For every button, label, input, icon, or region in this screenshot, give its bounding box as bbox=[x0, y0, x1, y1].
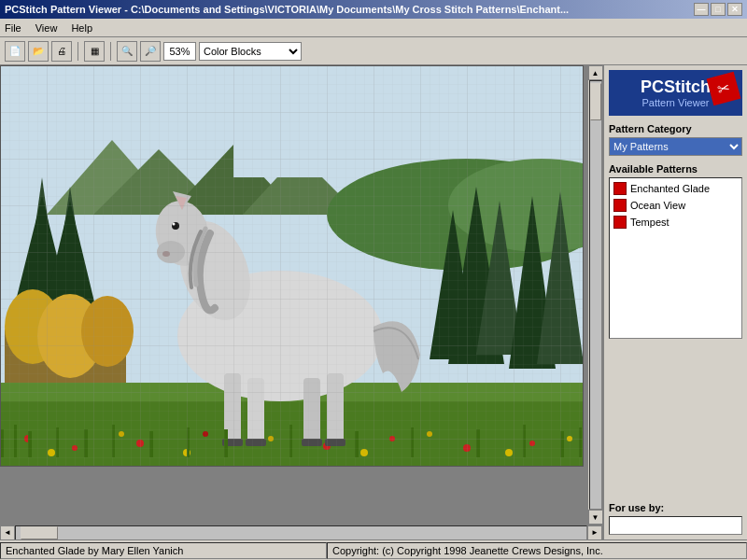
title-bar: PCStitch Pattern Viewer - C:\Documents a… bbox=[0, 0, 747, 19]
zoom-out-button[interactable]: 🔎 bbox=[140, 41, 161, 62]
close-button[interactable]: ✕ bbox=[727, 3, 742, 16]
scroll-up-button[interactable]: ▲ bbox=[588, 65, 603, 80]
pattern-item-tempest[interactable]: Tempest bbox=[612, 214, 740, 231]
scroll-right-button[interactable]: ► bbox=[587, 525, 602, 540]
pattern-item-enchanted[interactable]: Enchanted Glade bbox=[612, 180, 740, 197]
pattern-name-tempest: Tempest bbox=[630, 217, 669, 228]
pattern-svg bbox=[0, 65, 584, 467]
main-area: ▲ ▼ ◄ ► PCStitch Pattern Viewer ✂ Patter… bbox=[0, 65, 747, 539]
pattern-name-ocean: Ocean View bbox=[630, 200, 685, 211]
status-right: Copyright: (c) Copyright 1998 Jeanette C… bbox=[327, 542, 747, 559]
canvas-container bbox=[0, 65, 587, 525]
pattern-display bbox=[0, 65, 584, 467]
title-bar-buttons: — □ ✕ bbox=[694, 3, 742, 16]
status-left: Enchanted Glade by Mary Ellen Yanich bbox=[0, 542, 327, 559]
available-patterns-label: Available Patterns bbox=[609, 163, 742, 175]
viewer-area: ▲ ▼ ◄ ► bbox=[0, 65, 602, 539]
scroll-left-button[interactable]: ◄ bbox=[0, 525, 15, 540]
pattern-icon-ocean bbox=[613, 199, 627, 212]
pattern-category-label: Pattern Category bbox=[609, 123, 742, 134]
toolbar-separator-1 bbox=[78, 42, 78, 61]
status-bar: Enchanted Glade by Mary Ellen Yanich Cop… bbox=[0, 539, 747, 560]
pattern-icon-tempest bbox=[613, 216, 627, 229]
scroll-down-button[interactable]: ▼ bbox=[588, 510, 603, 525]
pattern-icon-enchanted bbox=[613, 182, 627, 195]
svg-rect-73 bbox=[0, 65, 584, 467]
menu-help[interactable]: Help bbox=[71, 22, 92, 34]
vertical-scrollbar[interactable]: ▲ ▼ bbox=[587, 65, 602, 525]
right-panel: PCStitch Pattern Viewer ✂ Pattern Catego… bbox=[602, 65, 747, 539]
horizontal-scrollbar[interactable]: ◄ ► bbox=[0, 525, 602, 539]
grid-button[interactable]: ▦ bbox=[84, 41, 105, 62]
menu-view[interactable]: View bbox=[35, 22, 58, 34]
toolbar-separator-2 bbox=[110, 42, 111, 61]
view-mode-select[interactable]: Color Blocks Symbol Only Color and Symbo… bbox=[199, 42, 302, 61]
h-scroll-track[interactable] bbox=[15, 525, 587, 540]
new-button[interactable]: 📄 bbox=[5, 41, 25, 62]
for-use-by-label: For use by: bbox=[609, 502, 742, 513]
menu-bar: File View Help bbox=[0, 19, 747, 37]
menu-file[interactable]: File bbox=[5, 22, 21, 34]
zoom-input[interactable]: 53% bbox=[163, 42, 196, 61]
title-text: PCStitch Pattern Viewer - C:\Documents a… bbox=[5, 4, 569, 15]
for-use-input[interactable] bbox=[609, 516, 742, 535]
patterns-list: Enchanted Glade Ocean View Tempest bbox=[609, 177, 742, 339]
pattern-category-select[interactable]: My Patterns All Patterns bbox=[609, 137, 742, 156]
h-scroll-thumb[interactable] bbox=[21, 526, 58, 539]
maximize-button[interactable]: □ bbox=[711, 3, 726, 16]
pcstitch-logo: PCStitch Pattern Viewer ✂ bbox=[609, 70, 742, 116]
print-button[interactable]: 🖨 bbox=[51, 41, 72, 62]
toolbar: 📄 📂 🖨 ▦ 🔍 🔎 53% Color Blocks Symbol Only… bbox=[0, 37, 747, 65]
panel-spacer bbox=[609, 339, 742, 495]
open-button[interactable]: 📂 bbox=[28, 41, 49, 62]
zoom-in-button[interactable]: 🔍 bbox=[117, 41, 137, 62]
pattern-item-ocean[interactable]: Ocean View bbox=[612, 197, 740, 214]
pattern-name-enchanted: Enchanted Glade bbox=[630, 183, 710, 194]
minimize-button[interactable]: — bbox=[694, 3, 709, 16]
